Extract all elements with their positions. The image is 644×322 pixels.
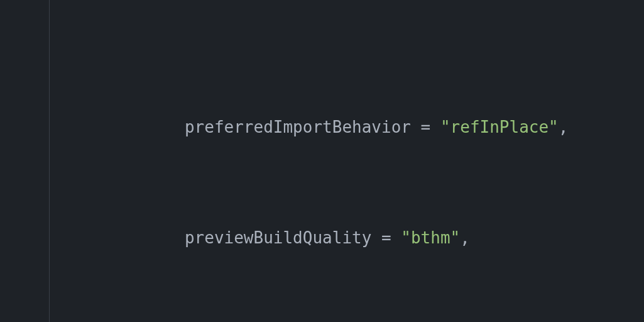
code-line[interactable]: preferredImportBehavior = "refInPlace",	[0, 86, 644, 113]
property-name: previewBuildQuality	[185, 228, 371, 247]
value: "bthm"	[401, 228, 460, 247]
code-area[interactable]: preferredImportBehavior = "refInPlace", …	[0, 3, 644, 322]
code-line[interactable]: previewBuildQuality = "bthm",	[0, 196, 644, 224]
code-editor[interactable]: preferredImportBehavior = "refInPlace", …	[0, 0, 644, 322]
code-line[interactable]: previewJPEGQuality = 0.75,	[0, 307, 644, 322]
value: "refInPlace"	[440, 118, 559, 136]
property-name: preferredImportBehavior	[185, 118, 411, 136]
